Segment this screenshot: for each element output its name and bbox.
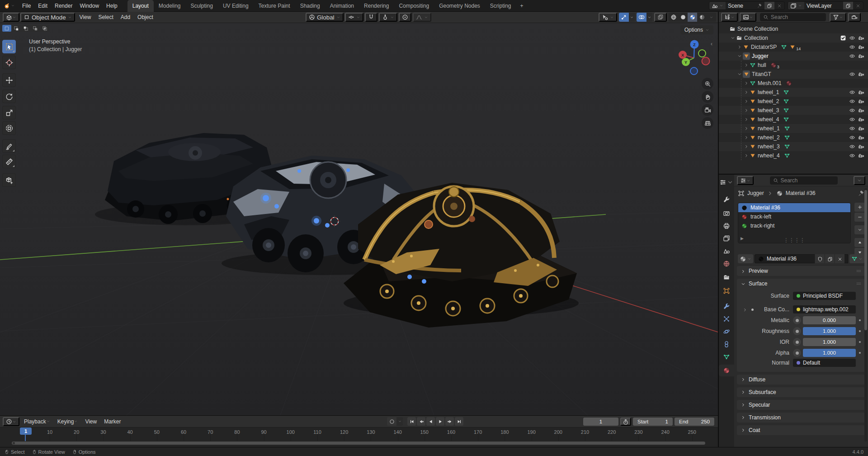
disable-in-renders-toggle[interactable] xyxy=(858,107,864,114)
workspace-tab-rendering[interactable]: Rendering xyxy=(359,0,394,12)
properties-editor-type-button[interactable] xyxy=(719,176,734,188)
select-mode-intersect[interactable] xyxy=(40,25,49,32)
surface-panel-header[interactable]: Surface xyxy=(737,279,865,289)
workspace-tab-scripting[interactable]: Scripting xyxy=(485,0,516,12)
auto-keying-toggle[interactable] xyxy=(387,417,403,426)
jump-end-button[interactable] xyxy=(455,417,463,426)
tool-measure[interactable] xyxy=(2,155,16,168)
workspace-tab-animation[interactable]: Animation xyxy=(325,0,359,12)
pin-id-button[interactable] xyxy=(858,190,864,196)
outliner-row-titangt[interactable]: TitanGT xyxy=(719,70,868,79)
move-slot-up-button[interactable] xyxy=(854,238,865,247)
expand-arrow-icon[interactable] xyxy=(743,126,750,131)
material-name-field[interactable]: Material #36 xyxy=(755,254,848,263)
expand-arrow-icon[interactable] xyxy=(743,90,750,95)
properties-search-input[interactable]: Search xyxy=(770,176,838,185)
animate-property-dot[interactable] xyxy=(859,330,861,332)
animate-property-dot[interactable] xyxy=(859,341,861,343)
tool-rotate[interactable] xyxy=(2,90,16,103)
tool-add-cube[interactable] xyxy=(2,173,16,187)
new-viewlayer-button[interactable] xyxy=(843,2,853,10)
region-collapse-icon[interactable]: ‹ xyxy=(711,41,712,47)
breadcrumb-object[interactable]: Jugger xyxy=(747,190,764,196)
play-reverse-button[interactable] xyxy=(426,417,435,426)
workspace-tab-texture-paint[interactable]: Texture Paint xyxy=(254,0,295,12)
metallic-decorator[interactable] xyxy=(793,316,801,324)
hide-in-viewport-toggle[interactable] xyxy=(849,134,855,141)
viewport-menu-object[interactable]: Object xyxy=(134,13,157,22)
disable-in-renders-toggle[interactable] xyxy=(858,53,864,60)
playhead[interactable]: 1 xyxy=(20,428,32,435)
preview-panel[interactable]: Preview xyxy=(737,266,865,276)
properties-tab-physics[interactable] xyxy=(719,326,734,337)
properties-tab-tool[interactable] xyxy=(719,194,734,205)
next-keyframe-button[interactable] xyxy=(445,417,454,426)
properties-tab-object-data[interactable] xyxy=(719,351,734,363)
properties-tab-collection[interactable] xyxy=(719,271,734,283)
properties-editor-type-button[interactable] xyxy=(737,176,754,185)
material-slot-track-right[interactable]: track-right xyxy=(738,221,850,230)
hide-in-viewport-toggle[interactable] xyxy=(849,35,855,42)
slot-list-grip[interactable]: ⋮⋮⋮⋮ xyxy=(738,237,851,243)
hide-in-viewport-toggle[interactable] xyxy=(849,71,855,78)
play-button[interactable] xyxy=(436,417,444,426)
expand-arrow-icon[interactable] xyxy=(729,35,736,41)
outliner[interactable]: Search Scene CollectionCollectionDictato… xyxy=(719,12,868,175)
tool-scale[interactable] xyxy=(2,106,16,119)
outliner-row-dictatorsp[interactable]: DictatorSP14 xyxy=(719,43,868,52)
timeline-menu-keying[interactable]: Keying xyxy=(54,417,82,426)
base-color-field[interactable]: lightmap.webp.002 xyxy=(793,305,856,314)
properties-tab-modifiers[interactable] xyxy=(719,300,734,312)
outliner-row-collection[interactable]: Collection xyxy=(719,33,868,43)
prev-keyframe-button[interactable] xyxy=(417,417,425,426)
options-dropdown[interactable]: Options xyxy=(680,25,713,34)
expand-arrow-icon[interactable] xyxy=(743,108,750,113)
mode-selector[interactable]: Object Mode xyxy=(20,13,75,22)
xray-toggle[interactable] xyxy=(654,13,667,22)
properties-options-button[interactable] xyxy=(854,176,865,185)
properties-scrollbar[interactable] xyxy=(864,188,867,442)
workspace-tab-layout[interactable]: Layout xyxy=(127,0,154,12)
transform-orientation-dropdown[interactable]: Global xyxy=(306,13,344,22)
roughness-slider[interactable]: 1.000 xyxy=(803,327,856,335)
expand-arrow-icon[interactable] xyxy=(743,144,750,149)
timeline[interactable]: PlaybackKeyingViewMarker 1 Start1 End250… xyxy=(0,415,718,447)
viewlayer-browse-button[interactable] xyxy=(788,2,804,10)
normal-field[interactable]: Default xyxy=(793,359,856,367)
expand-arrow-icon[interactable] xyxy=(743,153,750,158)
outliner-display-mode-button[interactable] xyxy=(740,13,756,22)
material-slot-material-36[interactable]: Material #36 xyxy=(738,203,850,212)
expand-arrow-icon[interactable] xyxy=(743,99,750,104)
properties-tab-constraints[interactable] xyxy=(719,338,734,350)
pivot-point-dropdown[interactable] xyxy=(345,13,363,22)
editor-type-button[interactable] xyxy=(3,13,19,22)
use-preview-range-button[interactable] xyxy=(620,418,631,426)
properties-tab-output[interactable] xyxy=(719,220,734,232)
hide-in-viewport-toggle[interactable] xyxy=(849,116,855,123)
disable-in-renders-toggle[interactable] xyxy=(858,44,864,51)
frame-start-field[interactable]: Start1 xyxy=(633,418,673,426)
workspace-tab-geometry-nodes[interactable]: Geometry Nodes xyxy=(434,0,485,12)
disable-in-renders-toggle[interactable] xyxy=(858,143,864,150)
scene-selector[interactable]: Scene xyxy=(709,1,785,10)
outliner-row-scene-collection[interactable]: Scene Collection xyxy=(719,24,868,33)
select-mode-extend[interactable] xyxy=(12,25,21,32)
disable-in-renders-toggle[interactable] xyxy=(858,35,864,42)
move-slot-down-button[interactable] xyxy=(854,248,865,257)
viewport-menu-add[interactable]: Add xyxy=(117,13,134,22)
remove-viewlayer-button[interactable] xyxy=(853,2,863,10)
overlays-toggle[interactable] xyxy=(637,13,652,22)
expand-arrow-icon[interactable] xyxy=(743,135,750,140)
surface-shader-field[interactable]: Principled BSDF xyxy=(793,292,856,300)
properties-tab-particles[interactable] xyxy=(719,313,734,325)
animate-property-dot[interactable] xyxy=(859,352,861,354)
workspace-tab-sculpting[interactable]: Sculpting xyxy=(186,0,218,12)
disable-in-renders-toggle[interactable] xyxy=(858,98,864,105)
viewport-menu-select[interactable]: Select xyxy=(94,13,117,22)
expand-arrow-icon[interactable] xyxy=(743,117,750,122)
disable-in-renders-toggle[interactable] xyxy=(858,134,864,141)
gizmo-x-neg[interactable] xyxy=(702,57,710,65)
remove-slot-button[interactable] xyxy=(854,213,865,222)
timeline-scrollbar[interactable] xyxy=(12,442,705,445)
current-frame-field[interactable]: 1 xyxy=(583,418,618,426)
